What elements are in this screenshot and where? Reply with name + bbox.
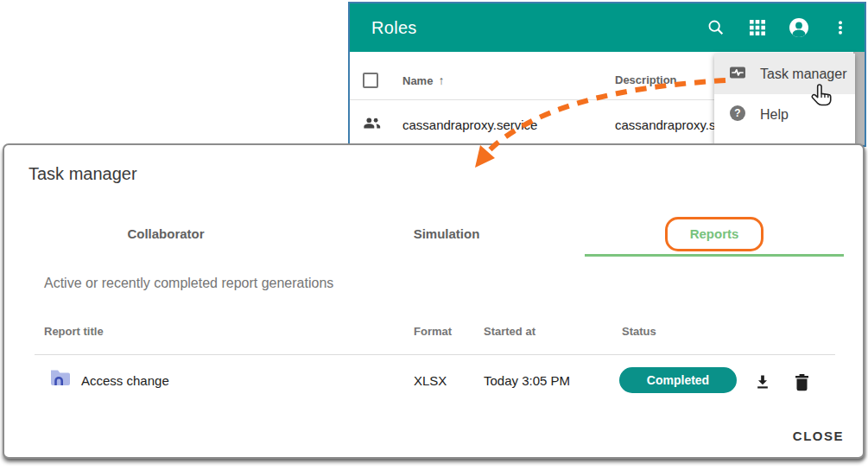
column-header-description[interactable]: Description bbox=[615, 73, 677, 86]
menu-item-help[interactable]: ? Help bbox=[714, 94, 855, 135]
overflow-menu: Task manager ? Help bbox=[714, 54, 855, 145]
report-format: XLSX bbox=[414, 373, 447, 388]
task-manager-icon bbox=[729, 64, 746, 85]
report-title: Access change bbox=[81, 373, 169, 388]
group-icon bbox=[363, 116, 382, 133]
svg-text:?: ? bbox=[734, 107, 740, 119]
dialog-subtitle: Active or recently completed report gene… bbox=[44, 276, 333, 291]
menu-item-task-manager[interactable]: Task manager bbox=[714, 54, 855, 94]
page-title: Roles bbox=[371, 18, 417, 38]
sort-ascending-icon: ↑ bbox=[438, 73, 444, 87]
report-folder-icon bbox=[49, 368, 72, 391]
column-header-report-title: Report title bbox=[44, 325, 104, 338]
app-bar: Roles bbox=[350, 3, 865, 52]
role-name: cassandraproxy.service bbox=[402, 118, 537, 132]
active-tab-underline bbox=[585, 254, 844, 257]
select-all-checkbox[interactable] bbox=[363, 73, 378, 88]
status-badge: Completed bbox=[619, 367, 737, 393]
close-button[interactable]: CLOSE bbox=[788, 422, 849, 450]
column-header-status: Status bbox=[622, 325, 656, 338]
download-button[interactable] bbox=[752, 372, 773, 392]
apps-grid-icon[interactable] bbox=[747, 17, 768, 38]
delete-button[interactable] bbox=[791, 372, 812, 392]
column-header-started-at: Started at bbox=[484, 325, 535, 338]
menu-item-label: Help bbox=[760, 107, 789, 123]
help-icon: ? bbox=[729, 105, 746, 125]
divider bbox=[35, 354, 835, 355]
column-header-name[interactable]: Name↑ bbox=[402, 73, 444, 87]
annotation-highlight-ring bbox=[665, 217, 763, 251]
column-header-format: Format bbox=[414, 325, 452, 338]
tab-simulation[interactable]: Simulation bbox=[414, 226, 480, 241]
tab-collaborator[interactable]: Collaborator bbox=[127, 226, 204, 241]
report-started-at: Today 3:05 PM bbox=[484, 373, 570, 388]
more-vert-icon[interactable] bbox=[830, 17, 851, 38]
search-icon[interactable] bbox=[706, 17, 726, 38]
task-manager-dialog: Task manager Collaborator Simulation Rep… bbox=[3, 143, 865, 459]
dialog-title: Task manager bbox=[29, 164, 137, 184]
menu-item-label: Task manager bbox=[760, 67, 847, 82]
roles-screenshot: Roles Name↑ Description bbox=[348, 2, 866, 147]
account-icon[interactable] bbox=[789, 17, 809, 38]
